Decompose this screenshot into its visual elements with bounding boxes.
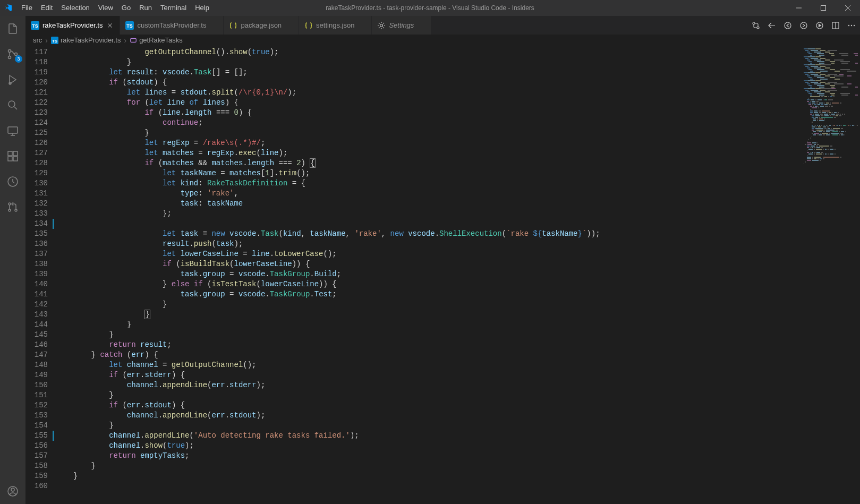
menu-view[interactable]: View (94, 0, 117, 16)
breadcrumb-file[interactable]: TS rakeTaskProvider.ts (51, 36, 121, 44)
tab-package-json[interactable]: package.json (224, 16, 299, 35)
svg-point-24 (785, 22, 791, 29)
line-numbers: 1171181191201211221231241251261271281291… (25, 46, 57, 504)
activity-accounts[interactable] (0, 479, 25, 504)
svg-point-29 (851, 24, 852, 25)
svg-point-1 (8, 50, 11, 53)
next-change-icon[interactable] (799, 21, 808, 30)
svg-point-21 (380, 24, 383, 27)
tab-settings-json[interactable]: settings.json (299, 16, 372, 35)
minimap[interactable] (802, 46, 860, 504)
tab-settings[interactable]: Settings (372, 16, 431, 35)
chevron-right-icon: › (44, 36, 49, 45)
activity-extensions[interactable] (0, 143, 25, 169)
svg-point-12 (8, 203, 11, 205)
menu-help[interactable]: Help (191, 0, 214, 16)
activity-scm[interactable]: 3 (0, 41, 25, 67)
svg-rect-33 (131, 38, 137, 42)
svg-point-23 (757, 27, 759, 29)
svg-point-22 (753, 22, 755, 24)
activity-remote[interactable] (0, 118, 25, 143)
json-file-icon (304, 21, 313, 30)
svg-rect-6 (8, 127, 18, 133)
menu-go[interactable]: Go (117, 0, 135, 16)
svg-rect-8 (13, 151, 18, 156)
activity-explorer[interactable] (0, 16, 25, 41)
tab-label: settings.json (316, 21, 354, 29)
titlebar: FileEditSelectionViewGoRunTerminalHelp r… (0, 0, 860, 16)
svg-point-14 (15, 209, 17, 211)
prev-change-icon[interactable] (784, 21, 792, 30)
go-back-icon[interactable] (768, 21, 776, 30)
vscode-icon (4, 4, 13, 12)
activity-search[interactable] (0, 92, 25, 118)
svg-rect-10 (13, 157, 18, 161)
close-icon[interactable] (106, 21, 114, 30)
maximize-button[interactable] (811, 0, 836, 16)
activity-run[interactable] (0, 67, 25, 92)
tab-customtaskprovider-ts[interactable]: TScustomTaskProvider.ts (120, 16, 224, 35)
tab-label: Settings (389, 21, 414, 29)
window-title: rakeTaskProvider.ts - task-provider-samp… (326, 4, 534, 12)
tab-label: package.json (241, 21, 282, 29)
editor-code[interactable]: getOutputChannel().show(true); } let res… (57, 46, 802, 504)
svg-text:TS: TS (127, 23, 133, 29)
menu-terminal[interactable]: Terminal (156, 0, 191, 16)
activity-bar: 3 (0, 16, 25, 504)
activity-timeline[interactable] (0, 169, 25, 194)
breadcrumbs[interactable]: src › TS rakeTaskProvider.ts › getRakeTa… (25, 35, 860, 46)
close-button[interactable] (836, 0, 860, 16)
gear-file-icon (377, 21, 386, 30)
split-editor-icon[interactable] (831, 21, 840, 30)
json-file-icon (229, 21, 237, 30)
svg-point-2 (8, 56, 11, 59)
menu-run[interactable]: Run (135, 0, 156, 16)
tab-label: rakeTaskProvider.ts (42, 21, 103, 29)
svg-rect-7 (8, 151, 12, 156)
svg-point-13 (8, 209, 11, 211)
svg-rect-0 (821, 6, 826, 11)
svg-point-16 (11, 488, 14, 491)
svg-text:TS: TS (52, 38, 57, 43)
menubar: FileEditSelectionViewGoRunTerminalHelp (17, 0, 214, 16)
menu-selection[interactable]: Selection (57, 0, 93, 16)
tab-raketaskprovider-ts[interactable]: TSrakeTaskProvider.ts (25, 16, 120, 35)
chevron-right-icon: › (123, 36, 127, 45)
svg-point-30 (854, 24, 855, 25)
compare-changes-icon[interactable] (752, 21, 760, 30)
menu-file[interactable]: File (17, 0, 37, 16)
breadcrumb-symbol[interactable]: getRakeTasks (130, 36, 183, 44)
scm-badge: 3 (15, 55, 22, 63)
svg-point-5 (8, 101, 15, 107)
ts-file-icon: TS (31, 21, 39, 30)
menu-edit[interactable]: Edit (37, 0, 57, 16)
tab-label: customTaskProvider.ts (137, 21, 206, 29)
run-icon[interactable] (815, 21, 824, 30)
minimize-button[interactable] (787, 0, 811, 16)
ts-file-icon: TS (125, 21, 134, 30)
activity-pull-requests[interactable] (0, 194, 25, 220)
svg-point-28 (848, 24, 849, 25)
more-actions-icon[interactable] (847, 21, 856, 30)
tabs: TSrakeTaskProvider.tsTScustomTaskProvide… (25, 16, 860, 35)
svg-rect-9 (8, 157, 12, 161)
svg-text:TS: TS (32, 23, 38, 29)
breadcrumb-folder[interactable]: src (33, 36, 42, 44)
svg-point-25 (801, 22, 807, 29)
